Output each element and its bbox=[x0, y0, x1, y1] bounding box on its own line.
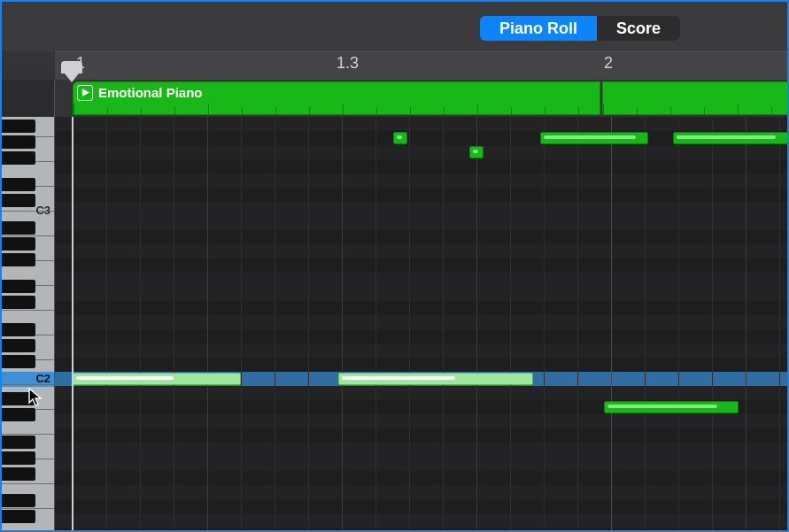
piano-keyboard[interactable]: C3 C2 bbox=[2, 80, 55, 530]
toolbar: Piano Roll Score bbox=[2, 2, 787, 51]
tab-piano-roll[interactable]: Piano Roll bbox=[480, 16, 597, 41]
key-label-c3: C3 bbox=[35, 204, 50, 217]
velocity-bar bbox=[677, 135, 776, 139]
view-segmented-control: Piano Roll Score bbox=[480, 16, 680, 41]
time-ruler[interactable]: 1 1.3 2 bbox=[55, 51, 787, 80]
velocity-bar bbox=[544, 135, 636, 139]
ruler-label-2: 2 bbox=[604, 54, 613, 73]
cursor-arrow-icon bbox=[28, 388, 43, 407]
ruler-label-1-3: 1.3 bbox=[336, 54, 359, 73]
play-icon bbox=[77, 85, 93, 101]
midi-note[interactable] bbox=[604, 401, 739, 413]
midi-note[interactable] bbox=[469, 146, 483, 158]
region-strip: Emotional Piano bbox=[55, 80, 787, 117]
midi-note[interactable] bbox=[540, 132, 648, 144]
midi-note[interactable] bbox=[673, 132, 788, 144]
velocity-bar bbox=[342, 376, 455, 380]
playhead-line[interactable] bbox=[72, 117, 73, 530]
midi-note[interactable] bbox=[393, 132, 407, 144]
region-name: Emotional Piano bbox=[98, 85, 203, 100]
velocity-bar bbox=[473, 150, 478, 153]
note-grid[interactable] bbox=[55, 117, 787, 530]
tab-score[interactable]: Score bbox=[597, 16, 680, 41]
region-ticks bbox=[603, 104, 789, 114]
velocity-bar bbox=[607, 405, 717, 408]
svg-marker-0 bbox=[81, 89, 89, 96]
midi-note[interactable] bbox=[338, 373, 533, 385]
piano-roll-editor: Piano Roll Score 1 1.3 2 Emotional Piano bbox=[0, 0, 789, 532]
key-label-c2: C2 bbox=[35, 372, 50, 385]
midi-region[interactable] bbox=[602, 81, 789, 115]
midi-note[interactable] bbox=[73, 373, 241, 385]
notes-layer bbox=[55, 117, 787, 530]
velocity-bar bbox=[397, 135, 402, 139]
region-ticks bbox=[73, 104, 599, 114]
midi-region[interactable]: Emotional Piano bbox=[73, 81, 600, 115]
velocity-bar bbox=[76, 376, 174, 380]
